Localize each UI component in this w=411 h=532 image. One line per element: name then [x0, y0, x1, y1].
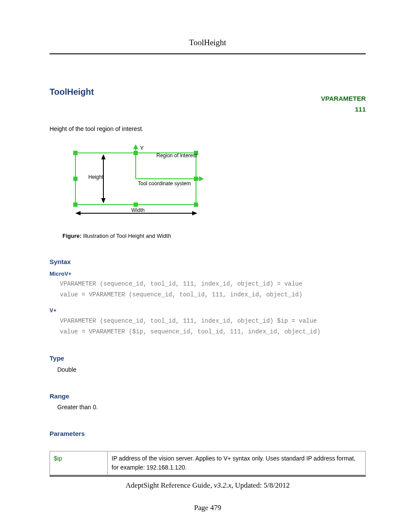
height-label: Height: [88, 174, 103, 180]
range-heading: Range: [50, 392, 366, 401]
guide-name: AdeptSight Reference Guide: [126, 481, 210, 489]
svg-marker-18: [75, 211, 81, 215]
page-title: ToolHeight: [50, 85, 94, 98]
figure-caption-text: Illustration of Tool Height and Width: [81, 233, 171, 239]
param-name-cell: $ip: [50, 451, 108, 475]
type-heading: Type: [50, 354, 366, 364]
parameters-heading: Parameters: [50, 429, 366, 439]
vparam-word: VPARAMETER: [321, 95, 366, 102]
page: ToolHeight ToolHeight VPARAMETER 111 Hei…: [0, 0, 411, 532]
param-desc-cell: IP address of the vision server. Applies…: [108, 451, 366, 475]
footer-line: AdeptSight Reference Guide, v3.2.x, Upda…: [50, 480, 366, 491]
svg-marker-15: [101, 198, 106, 203]
parameters-table: $ip IP address of the vision server. App…: [50, 451, 366, 475]
figure: Y X Tool coordinate system Region of int…: [62, 142, 366, 240]
vplus-code: VPARAMETER (sequence_id, tool_id, 111, i…: [60, 316, 366, 337]
description: Height of the tool region of interest.: [50, 124, 366, 134]
footer-rule: [50, 476, 366, 476]
microv-code: VPARAMETER (sequence_id, tool_id, 111, i…: [60, 279, 366, 300]
tool-height-diagram: Y X Tool coordinate system Region of int…: [62, 142, 205, 220]
svg-rect-3: [73, 202, 78, 207]
range-value: Greater than 0.: [57, 403, 366, 412]
page-number: Page 479: [50, 502, 366, 513]
title-row: ToolHeight VPARAMETER 111: [50, 85, 366, 115]
guide-updated: , Updated: 5/8/2012: [231, 481, 290, 489]
footer: AdeptSight Reference Guide, v3.2.x, Upda…: [50, 476, 366, 513]
microv-heading: MicroV+: [50, 270, 366, 278]
roi-label: Region of interest: [156, 152, 197, 159]
width-label: Width: [131, 207, 145, 213]
type-value: Double: [57, 365, 366, 374]
vplus-heading: V+: [50, 306, 366, 315]
svg-rect-7: [73, 177, 78, 181]
vparam-number: 111: [355, 106, 366, 113]
svg-rect-4: [194, 202, 198, 207]
svg-marker-12: [199, 176, 204, 181]
vparameter-label: VPARAMETER 111: [321, 93, 366, 115]
svg-rect-1: [73, 151, 78, 155]
y-axis-label: Y: [140, 145, 144, 151]
guide-version: , v3.2.x: [210, 481, 231, 489]
svg-marker-19: [192, 211, 197, 215]
syntax-heading: Syntax: [50, 257, 366, 267]
figure-caption: Figure: Illustration of Tool Height and …: [62, 232, 366, 240]
svg-rect-6: [134, 202, 138, 207]
table-row: $ip IP address of the vision server. App…: [50, 451, 366, 475]
svg-marker-10: [133, 144, 138, 149]
figure-caption-bold: Figure:: [62, 233, 81, 239]
tcs-label: Tool coordinate system: [138, 180, 191, 187]
running-head: ToolHeight: [50, 37, 366, 54]
svg-marker-14: [101, 154, 106, 159]
